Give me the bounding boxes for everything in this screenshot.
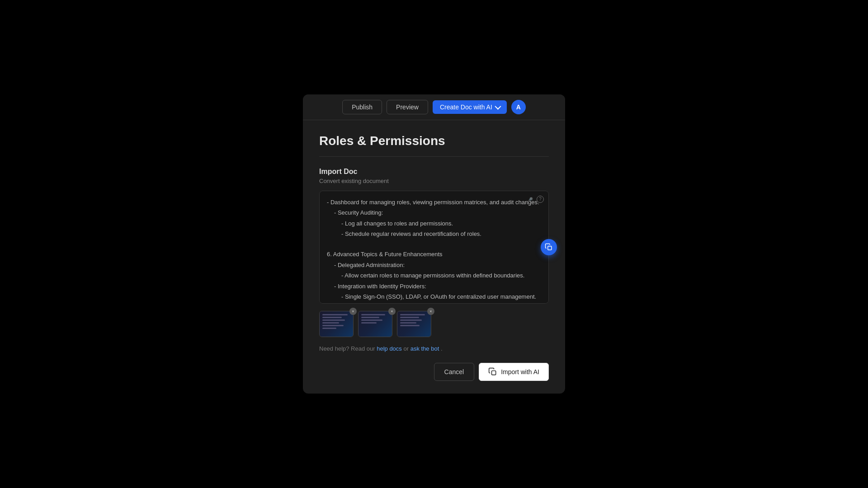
- text-line-4: - Schedule regular reviews and recertifi…: [327, 229, 541, 239]
- help-docs-link[interactable]: help docs: [377, 345, 402, 352]
- chevron-down-icon: [495, 103, 501, 110]
- text-identity: - Integration with Identity Providers:: [327, 282, 541, 291]
- copy-icon: [545, 243, 553, 251]
- divider: [319, 156, 549, 157]
- modal-content: Roles & Permissions Import Doc Convert e…: [303, 120, 565, 394]
- thumbnail-close-1[interactable]: ×: [349, 308, 357, 315]
- import-section-title: Import Doc: [319, 168, 549, 176]
- page-title: Roles & Permissions: [319, 134, 549, 148]
- svg-rect-1: [492, 371, 496, 375]
- cancel-button[interactable]: Cancel: [434, 363, 475, 381]
- import-section-subtitle: Convert existing document: [319, 178, 549, 184]
- thumbnails-row: × ×: [319, 311, 549, 337]
- text-icons-group: ?: [526, 196, 544, 205]
- text-identity-sub: - Single Sign-On (SSO), LDAP, or OAuth f…: [327, 292, 541, 301]
- thumbnail-1[interactable]: ×: [319, 311, 354, 337]
- text-line-2: - Security Auditing:: [327, 208, 541, 217]
- import-ai-button[interactable]: Import with AI: [479, 363, 549, 381]
- microphone-icon[interactable]: [526, 196, 533, 205]
- top-bar: Publish Preview Create Doc with AI A: [303, 94, 565, 120]
- thumbnail-close-2[interactable]: ×: [388, 308, 396, 315]
- text-area-wrapper: ? - Dashboard for managing roles, viewin…: [319, 191, 549, 304]
- text-section6: 6. Advanced Topics & Future Enhancements: [327, 249, 541, 259]
- text-abac: - Attribute-Based Access Control (ABAC):: [327, 302, 541, 304]
- info-icon[interactable]: ?: [537, 196, 544, 203]
- preview-button[interactable]: Preview: [387, 100, 428, 114]
- thumbnail-2[interactable]: ×: [358, 311, 392, 337]
- footer-row: Cancel Import with AI: [319, 363, 549, 381]
- text-content-box[interactable]: ? - Dashboard for managing roles, viewin…: [319, 191, 549, 304]
- create-doc-ai-button[interactable]: Create Doc with AI: [433, 100, 507, 114]
- help-text: Need help? Read our help docs or ask the…: [319, 345, 549, 352]
- text-delegated-sub: - Allow certain roles to manage permissi…: [327, 271, 541, 280]
- avatar[interactable]: A: [511, 100, 526, 114]
- svg-rect-0: [548, 246, 552, 250]
- thumbnail-close-3[interactable]: ×: [427, 308, 434, 315]
- copy-button[interactable]: [541, 239, 557, 255]
- ask-bot-link[interactable]: ask the bot: [410, 345, 439, 352]
- import-ai-label: Import with AI: [501, 368, 539, 375]
- modal-container: Publish Preview Create Doc with AI A Rol…: [303, 94, 565, 394]
- publish-button[interactable]: Publish: [342, 100, 382, 114]
- create-doc-ai-label: Create Doc with AI: [440, 103, 492, 111]
- text-line-1: - Dashboard for managing roles, viewing …: [327, 197, 541, 207]
- text-delegated: - Delegated Administration:: [327, 260, 541, 270]
- text-line-3: - Log all changes to roles and permissio…: [327, 219, 541, 228]
- thumbnail-3[interactable]: ×: [397, 311, 431, 337]
- import-ai-icon: [488, 367, 497, 376]
